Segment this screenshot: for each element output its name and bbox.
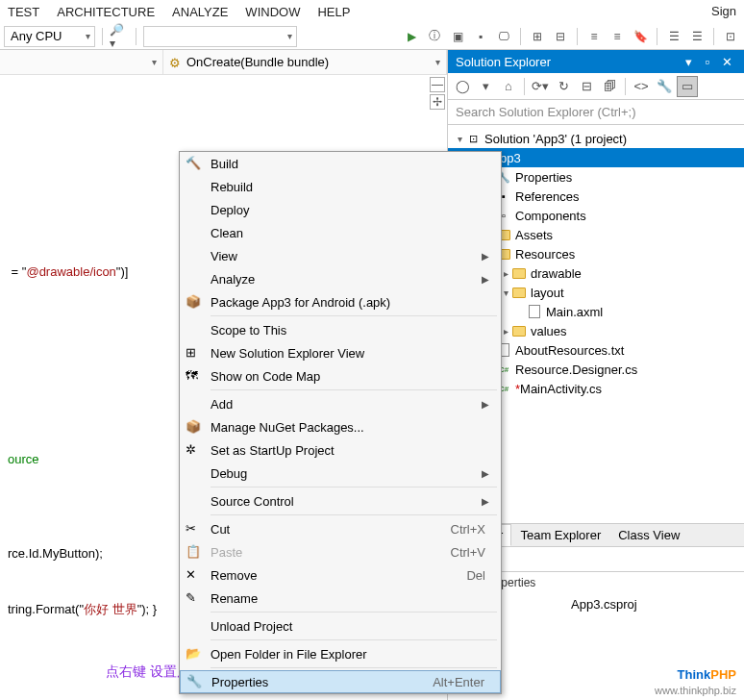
sign-in-link[interactable]: Sign bbox=[711, 4, 736, 18]
startup-icon: ✲ bbox=[186, 442, 201, 458]
box-icon[interactable]: ▣ bbox=[448, 27, 467, 46]
codemap-icon: 🗺 bbox=[186, 368, 201, 384]
bookmark-icon[interactable]: 🔖 bbox=[631, 27, 650, 46]
solution-explorer-toolbar: ◯ ▾ ⌂ ⟳▾ ↻ ⊟ 🗐 <> 🔧 ▭ bbox=[448, 73, 744, 100]
menu-window[interactable]: WINDOW bbox=[245, 5, 300, 19]
menu-item-rename[interactable]: ✎Rename bbox=[180, 587, 501, 610]
menu-help[interactable]: HELP bbox=[317, 5, 350, 19]
menubar: TEST ARCHITECTURE ANALYZE WINDOW HELP Si… bbox=[0, 0, 744, 23]
menu-item-remove[interactable]: ✕RemoveDel bbox=[180, 563, 501, 587]
menu-item-debug[interactable]: Debug▶ bbox=[180, 462, 501, 485]
code-icon[interactable]: <> bbox=[631, 76, 652, 97]
pkg-icon: 📦 bbox=[186, 294, 201, 310]
indent-left-icon[interactable]: ≡ bbox=[584, 27, 604, 46]
menu-item-paste: 📋PasteCtrl+V bbox=[180, 540, 501, 563]
menu-item-add[interactable]: Add▶ bbox=[180, 392, 501, 415]
folder-icon bbox=[511, 323, 527, 338]
collapse-icon[interactable]: ⊟ bbox=[576, 76, 597, 97]
wrench-icon: 🔧 bbox=[186, 674, 202, 689]
menu-item-new-solution-explorer-view[interactable]: ⊞New Solution Explorer View bbox=[180, 341, 501, 364]
forward-icon[interactable]: ▾ bbox=[475, 76, 496, 97]
nav-method-label: OnCreate(Bundle bundle) bbox=[186, 55, 329, 69]
menu-item-cut[interactable]: ✂CutCtrl+X bbox=[180, 517, 501, 540]
menu-item-scope-to-this[interactable]: Scope to This bbox=[180, 318, 501, 341]
rename-icon: ✎ bbox=[186, 590, 201, 606]
nav-class-combo[interactable] bbox=[0, 50, 163, 74]
monitor-icon[interactable]: 🖵 bbox=[494, 27, 513, 46]
menu-item-deploy[interactable]: Deploy bbox=[180, 198, 501, 221]
paste-icon: 📋 bbox=[186, 544, 201, 560]
menu-item-manage-nuget-packages-[interactable]: 📦Manage NuGet Packages... bbox=[180, 415, 501, 438]
menu-analyze[interactable]: ANALYZE bbox=[172, 5, 228, 19]
nuget-icon: 📦 bbox=[186, 419, 201, 435]
menu-item-source-control[interactable]: Source Control▶ bbox=[180, 489, 501, 512]
properties-icon[interactable]: 🔧 bbox=[654, 76, 675, 97]
menu-item-show-on-code-map[interactable]: 🗺Show on Code Map bbox=[180, 364, 501, 388]
platform-combo[interactable]: Any CPU bbox=[4, 26, 95, 47]
folder-icon bbox=[511, 285, 527, 300]
menu-item-properties[interactable]: 🔧PropertiesAlt+Enter bbox=[180, 670, 501, 693]
indent-right-icon[interactable]: ≡ bbox=[608, 27, 627, 46]
dropdown[interactable] bbox=[143, 26, 297, 47]
menu-item-view[interactable]: View▶ bbox=[180, 244, 501, 267]
folder-icon bbox=[511, 265, 527, 281]
submenu-arrow-icon: ▶ bbox=[482, 399, 493, 410]
panel-close-icon[interactable]: ✕ bbox=[717, 55, 736, 69]
toolbox-icon[interactable]: ⊡ bbox=[721, 27, 740, 46]
cut-icon: ✂ bbox=[186, 521, 201, 537]
watermark-logo: ThinkPHP www.thinkphp.biz bbox=[655, 660, 736, 696]
menu-item-clean[interactable]: Clean bbox=[180, 221, 501, 244]
menu-item-package-app3-for-android-apk-[interactable]: 📦Package App3 for Android (.apk) bbox=[180, 290, 501, 313]
panel2-icon[interactable]: ⊟ bbox=[551, 27, 570, 46]
find-icon[interactable]: 🔎▾ bbox=[110, 27, 129, 46]
solution-explorer-title: Solution Explorer ▾ ▫ ✕ bbox=[448, 50, 744, 73]
file-icon bbox=[527, 304, 542, 319]
uncomment-icon[interactable]: ☰ bbox=[687, 27, 707, 46]
submenu-arrow-icon: ▶ bbox=[482, 274, 493, 285]
menu-item-build[interactable]: 🔨Build bbox=[180, 152, 501, 175]
back-icon[interactable]: ◯ bbox=[452, 76, 473, 97]
showall-icon[interactable]: 🗐 bbox=[599, 76, 620, 97]
method-icon: ⚙ bbox=[169, 56, 183, 69]
panel-pin-icon[interactable]: ▫ bbox=[698, 55, 717, 69]
remove-icon: ✕ bbox=[186, 567, 201, 583]
menu-item-open-folder-in-file-explorer[interactable]: 📂Open Folder in File Explorer bbox=[180, 642, 501, 665]
preview-icon[interactable]: ▭ bbox=[677, 76, 698, 97]
solution-icon: ⊡ bbox=[465, 131, 481, 146]
menu-item-set-as-startup-project[interactable]: ✲Set as StartUp Project bbox=[180, 438, 501, 462]
build-icon: 🔨 bbox=[186, 156, 201, 171]
sync-icon[interactable]: ⟳▾ bbox=[530, 76, 551, 97]
panel1-icon[interactable]: ⊞ bbox=[528, 27, 547, 46]
start-icon[interactable]: ▶ bbox=[402, 27, 421, 46]
home-icon[interactable]: ⌂ bbox=[498, 76, 519, 97]
submenu-arrow-icon: ▶ bbox=[482, 251, 493, 262]
submenu-arrow-icon: ▶ bbox=[482, 468, 493, 479]
main-toolbar: Any CPU 🔎▾ ▶ ⓘ ▣ ▪ 🖵 ⊞ ⊟ ≡ ≡ 🔖 ☰ ☰ ⊡ bbox=[0, 23, 744, 50]
tab-class-view[interactable]: Class View bbox=[609, 524, 688, 546]
solution-explorer-search[interactable]: Search Solution Explorer (Ctrl+;) bbox=[448, 100, 744, 125]
menu-test[interactable]: TEST bbox=[8, 5, 39, 19]
project-context-menu: 🔨BuildRebuildDeployCleanView▶Analyze▶📦Pa… bbox=[179, 151, 502, 694]
nav-method-combo[interactable]: ⚙ OnCreate(Bundle bundle) bbox=[163, 50, 447, 74]
menu-item-analyze[interactable]: Analyze▶ bbox=[180, 267, 501, 290]
submenu-arrow-icon: ▶ bbox=[482, 496, 493, 507]
menu-item-rebuild[interactable]: Rebuild bbox=[180, 175, 501, 198]
folder-icon: 📂 bbox=[186, 646, 201, 662]
tab-team-explorer[interactable]: Team Explorer bbox=[511, 524, 609, 546]
tree-solution-root[interactable]: ▾ ⊡ Solution 'App3' (1 project) bbox=[448, 129, 744, 148]
panel-dropdown-icon[interactable]: ▾ bbox=[679, 55, 698, 69]
info-icon[interactable]: ⓘ bbox=[425, 27, 444, 46]
refresh-icon[interactable]: ↻ bbox=[553, 76, 574, 97]
newview-icon: ⊞ bbox=[186, 345, 201, 361]
nav-bar: ⚙ OnCreate(Bundle bundle) bbox=[0, 50, 447, 75]
comment-icon[interactable]: ☰ bbox=[664, 27, 683, 46]
menu-item-unload-project[interactable]: Unload Project bbox=[180, 614, 501, 638]
terminal-icon[interactable]: ▪ bbox=[471, 27, 490, 46]
menu-architecture[interactable]: ARCHITECTURE bbox=[57, 5, 155, 19]
